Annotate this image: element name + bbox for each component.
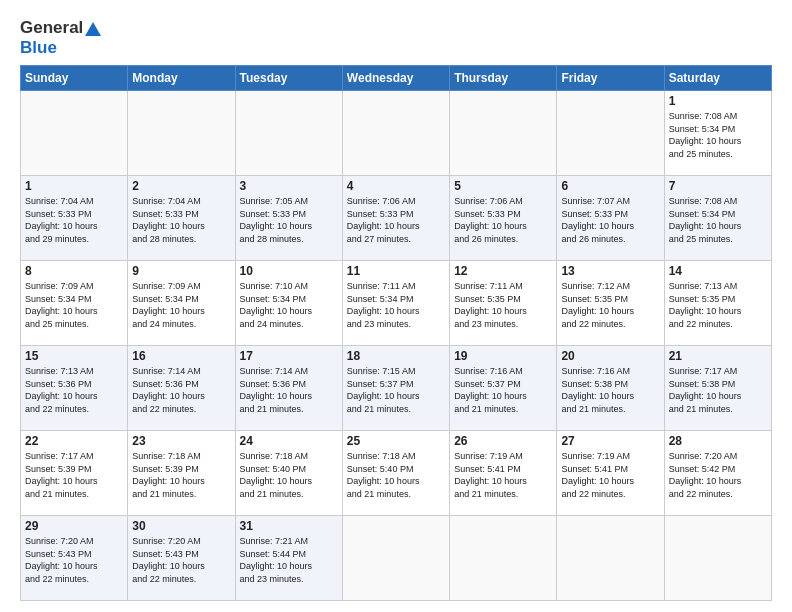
calendar-cell: 26Sunrise: 7:19 AM Sunset: 5:41 PM Dayli… [450, 431, 557, 516]
logo: General Blue [20, 18, 101, 57]
calendar-cell: 21Sunrise: 7:17 AM Sunset: 5:38 PM Dayli… [664, 346, 771, 431]
day-number: 7 [669, 179, 767, 193]
day-info: Sunrise: 7:15 AM Sunset: 5:37 PM Dayligh… [347, 365, 445, 415]
calendar-cell: 29Sunrise: 7:20 AM Sunset: 5:43 PM Dayli… [21, 516, 128, 601]
day-number: 31 [240, 519, 338, 533]
calendar-cell: 16Sunrise: 7:14 AM Sunset: 5:36 PM Dayli… [128, 346, 235, 431]
calendar-cell: 5Sunrise: 7:06 AM Sunset: 5:33 PM Daylig… [450, 176, 557, 261]
day-number: 24 [240, 434, 338, 448]
day-info: Sunrise: 7:18 AM Sunset: 5:40 PM Dayligh… [240, 450, 338, 500]
calendar-cell: 19Sunrise: 7:16 AM Sunset: 5:37 PM Dayli… [450, 346, 557, 431]
calendar-week-row: 1Sunrise: 7:04 AM Sunset: 5:33 PM Daylig… [21, 176, 772, 261]
day-info: Sunrise: 7:09 AM Sunset: 5:34 PM Dayligh… [25, 280, 123, 330]
day-number: 1 [25, 179, 123, 193]
day-info: Sunrise: 7:14 AM Sunset: 5:36 PM Dayligh… [132, 365, 230, 415]
calendar-cell: 2Sunrise: 7:04 AM Sunset: 5:33 PM Daylig… [128, 176, 235, 261]
day-info: Sunrise: 7:11 AM Sunset: 5:35 PM Dayligh… [454, 280, 552, 330]
day-number: 25 [347, 434, 445, 448]
day-info: Sunrise: 7:06 AM Sunset: 5:33 PM Dayligh… [347, 195, 445, 245]
day-number: 20 [561, 349, 659, 363]
calendar-cell: 14Sunrise: 7:13 AM Sunset: 5:35 PM Dayli… [664, 261, 771, 346]
calendar-day-header: Monday [128, 66, 235, 91]
calendar-cell: 22Sunrise: 7:17 AM Sunset: 5:39 PM Dayli… [21, 431, 128, 516]
calendar-cell [342, 91, 449, 176]
day-number: 4 [347, 179, 445, 193]
day-info: Sunrise: 7:08 AM Sunset: 5:34 PM Dayligh… [669, 110, 767, 160]
calendar-cell: 24Sunrise: 7:18 AM Sunset: 5:40 PM Dayli… [235, 431, 342, 516]
calendar-cell: 9Sunrise: 7:09 AM Sunset: 5:34 PM Daylig… [128, 261, 235, 346]
calendar-cell: 7Sunrise: 7:08 AM Sunset: 5:34 PM Daylig… [664, 176, 771, 261]
day-number: 2 [132, 179, 230, 193]
day-info: Sunrise: 7:05 AM Sunset: 5:33 PM Dayligh… [240, 195, 338, 245]
day-number: 5 [454, 179, 552, 193]
day-number: 6 [561, 179, 659, 193]
calendar-table: SundayMondayTuesdayWednesdayThursdayFrid… [20, 65, 772, 601]
calendar-cell: 8Sunrise: 7:09 AM Sunset: 5:34 PM Daylig… [21, 261, 128, 346]
day-number: 13 [561, 264, 659, 278]
day-info: Sunrise: 7:09 AM Sunset: 5:34 PM Dayligh… [132, 280, 230, 330]
calendar-cell: 15Sunrise: 7:13 AM Sunset: 5:36 PM Dayli… [21, 346, 128, 431]
day-info: Sunrise: 7:18 AM Sunset: 5:40 PM Dayligh… [347, 450, 445, 500]
day-info: Sunrise: 7:04 AM Sunset: 5:33 PM Dayligh… [132, 195, 230, 245]
day-info: Sunrise: 7:18 AM Sunset: 5:39 PM Dayligh… [132, 450, 230, 500]
day-info: Sunrise: 7:13 AM Sunset: 5:36 PM Dayligh… [25, 365, 123, 415]
day-info: Sunrise: 7:14 AM Sunset: 5:36 PM Dayligh… [240, 365, 338, 415]
calendar-day-header: Wednesday [342, 66, 449, 91]
day-info: Sunrise: 7:04 AM Sunset: 5:33 PM Dayligh… [25, 195, 123, 245]
day-info: Sunrise: 7:17 AM Sunset: 5:38 PM Dayligh… [669, 365, 767, 415]
calendar-cell: 23Sunrise: 7:18 AM Sunset: 5:39 PM Dayli… [128, 431, 235, 516]
day-number: 14 [669, 264, 767, 278]
calendar-day-header: Saturday [664, 66, 771, 91]
calendar-cell: 13Sunrise: 7:12 AM Sunset: 5:35 PM Dayli… [557, 261, 664, 346]
day-number: 23 [132, 434, 230, 448]
calendar-cell [342, 516, 449, 601]
calendar-day-header: Sunday [21, 66, 128, 91]
day-number: 26 [454, 434, 552, 448]
calendar-cell: 31Sunrise: 7:21 AM Sunset: 5:44 PM Dayli… [235, 516, 342, 601]
calendar-cell: 27Sunrise: 7:19 AM Sunset: 5:41 PM Dayli… [557, 431, 664, 516]
day-number: 28 [669, 434, 767, 448]
day-info: Sunrise: 7:19 AM Sunset: 5:41 PM Dayligh… [561, 450, 659, 500]
day-number: 15 [25, 349, 123, 363]
calendar-cell: 4Sunrise: 7:06 AM Sunset: 5:33 PM Daylig… [342, 176, 449, 261]
calendar-week-row: 15Sunrise: 7:13 AM Sunset: 5:36 PM Dayli… [21, 346, 772, 431]
calendar-cell [664, 516, 771, 601]
day-number: 27 [561, 434, 659, 448]
calendar-cell: 18Sunrise: 7:15 AM Sunset: 5:37 PM Dayli… [342, 346, 449, 431]
calendar-cell: 11Sunrise: 7:11 AM Sunset: 5:34 PM Dayli… [342, 261, 449, 346]
calendar-cell: 1Sunrise: 7:04 AM Sunset: 5:33 PM Daylig… [21, 176, 128, 261]
day-number: 10 [240, 264, 338, 278]
calendar-cell: 3Sunrise: 7:05 AM Sunset: 5:33 PM Daylig… [235, 176, 342, 261]
day-number: 21 [669, 349, 767, 363]
day-number: 17 [240, 349, 338, 363]
day-info: Sunrise: 7:17 AM Sunset: 5:39 PM Dayligh… [25, 450, 123, 500]
calendar-week-row: 8Sunrise: 7:09 AM Sunset: 5:34 PM Daylig… [21, 261, 772, 346]
day-info: Sunrise: 7:19 AM Sunset: 5:41 PM Dayligh… [454, 450, 552, 500]
calendar-header-row: SundayMondayTuesdayWednesdayThursdayFrid… [21, 66, 772, 91]
day-number: 18 [347, 349, 445, 363]
day-number: 30 [132, 519, 230, 533]
day-info: Sunrise: 7:10 AM Sunset: 5:34 PM Dayligh… [240, 280, 338, 330]
calendar-cell [128, 91, 235, 176]
day-number: 1 [669, 94, 767, 108]
day-info: Sunrise: 7:16 AM Sunset: 5:38 PM Dayligh… [561, 365, 659, 415]
calendar-cell: 1Sunrise: 7:08 AM Sunset: 5:34 PM Daylig… [664, 91, 771, 176]
calendar-cell [557, 91, 664, 176]
calendar-cell [235, 91, 342, 176]
calendar-cell: 12Sunrise: 7:11 AM Sunset: 5:35 PM Dayli… [450, 261, 557, 346]
logo-brand: General Blue [20, 18, 101, 57]
day-info: Sunrise: 7:12 AM Sunset: 5:35 PM Dayligh… [561, 280, 659, 330]
calendar-cell: 30Sunrise: 7:20 AM Sunset: 5:43 PM Dayli… [128, 516, 235, 601]
calendar-cell: 6Sunrise: 7:07 AM Sunset: 5:33 PM Daylig… [557, 176, 664, 261]
day-number: 3 [240, 179, 338, 193]
calendar-week-row: 22Sunrise: 7:17 AM Sunset: 5:39 PM Dayli… [21, 431, 772, 516]
day-number: 12 [454, 264, 552, 278]
day-number: 22 [25, 434, 123, 448]
calendar-cell: 10Sunrise: 7:10 AM Sunset: 5:34 PM Dayli… [235, 261, 342, 346]
calendar-cell: 17Sunrise: 7:14 AM Sunset: 5:36 PM Dayli… [235, 346, 342, 431]
day-number: 19 [454, 349, 552, 363]
calendar-cell: 28Sunrise: 7:20 AM Sunset: 5:42 PM Dayli… [664, 431, 771, 516]
day-info: Sunrise: 7:16 AM Sunset: 5:37 PM Dayligh… [454, 365, 552, 415]
calendar-cell: 25Sunrise: 7:18 AM Sunset: 5:40 PM Dayli… [342, 431, 449, 516]
calendar-week-row: 1Sunrise: 7:08 AM Sunset: 5:34 PM Daylig… [21, 91, 772, 176]
